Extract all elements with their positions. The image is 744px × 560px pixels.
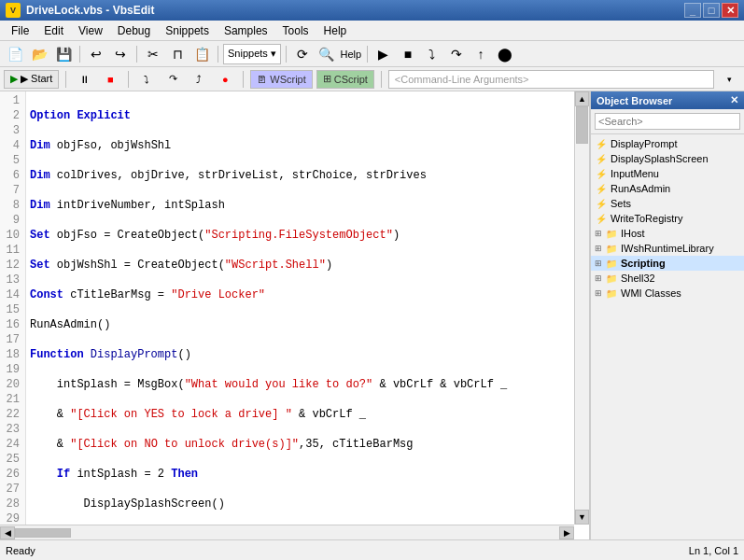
separator-2 [136,46,137,63]
snippets-dropdown[interactable]: Snippets ▾ [223,44,281,64]
start-button[interactable]: ▶ ▶ Start [4,70,59,89]
close-button[interactable]: ✕ [722,3,738,18]
status-text: Ready [6,545,35,556]
find-button[interactable]: 🔍 [316,44,338,64]
folder-icon-scripting: 📁 [605,257,618,270]
separator-4 [286,46,287,63]
ob-item-ihost[interactable]: ⊞ 📁 IHost [591,226,744,241]
cscript-tag[interactable]: ⊞ CScript [316,70,374,89]
pause-button[interactable]: ⏸ [73,69,95,90]
v-scrollbar[interactable]: ▲ ▼ [574,91,589,525]
separator-run-1 [65,71,66,88]
main-area: 1 2 3 4 5 6 7 8 9 10 11 12 13 14 15 16 1… [0,91,744,539]
ob-header: Object Browser ✕ [591,91,744,109]
ob-item-runasadmin[interactable]: ⚡ RunAsAdmin [591,181,744,196]
maximize-button[interactable]: □ [703,3,720,18]
ob-item-scripting[interactable]: ⊞ 📁 Scripting [591,256,744,271]
expand-icon[interactable]: ⊞ [595,229,602,238]
scroll-thumb[interactable] [576,106,588,144]
folder-icon-wmi: 📁 [605,287,618,300]
line-1: Option Explicit [30,108,585,123]
position-text: Ln 1, Col 1 [689,545,738,556]
ob-item-shell32[interactable]: ⊞ 📁 Shell32 [591,271,744,286]
menu-file[interactable]: File [4,22,36,39]
expand-icon-wmi[interactable]: ⊞ [595,288,602,298]
refresh-button[interactable]: ⟳ [291,44,314,64]
breakpoint[interactable]: ⬤ [494,44,516,64]
separator-1 [79,46,80,63]
expand-icon-iwsh[interactable]: ⊞ [595,244,602,253]
paste-button[interactable]: 📋 [190,44,213,64]
ob-item-writetoreg[interactable]: ⚡ WriteToRegistry [591,211,744,226]
line-12: & "[Click on NO to unlock drive(s)]",35,… [30,437,585,452]
line-7: Const cTitleBarMsg = "Drive Locker" [30,287,585,302]
menu-view[interactable]: View [71,22,110,39]
run-step2[interactable]: ↷ [161,69,184,90]
menu-help[interactable]: Help [316,22,355,39]
cut-button[interactable]: ✂ [142,44,164,64]
minimize-button[interactable]: _ [684,3,701,18]
run-step3[interactable]: ⤴ [188,69,210,90]
separator-run-2 [128,71,129,88]
separator-3 [218,46,218,63]
ob-item-sets[interactable]: ⚡ Sets [591,196,744,211]
expand-icon-scripting[interactable]: ⊞ [595,259,602,268]
scroll-left[interactable]: ◀ [0,526,15,539]
ob-item-iwsh[interactable]: ⊞ 📁 IWshRuntimeLibrary [591,241,744,256]
separator-run-3 [243,71,244,88]
line-5: Set objFso = CreateObject("Scripting.Fil… [30,228,585,243]
scroll-right[interactable]: ▶ [559,526,574,539]
menu-tools[interactable]: Tools [275,22,316,39]
cmd-dropdown[interactable]: ▾ [718,69,740,90]
ob-item-inputmenu[interactable]: ⚡ InputMenu [591,166,744,181]
stop-button[interactable]: ■ [99,69,121,90]
window-controls[interactable]: _ □ ✕ [684,3,738,18]
scroll-up[interactable]: ▲ [575,91,589,106]
main-toolbar: 📄 📂 💾 ↩ ↪ ✂ ⊓ 📋 Snippets ▾ ⟳ 🔍 Help ▶ ■ … [0,41,744,67]
line-13: If intSplash = 2 Then [30,467,585,482]
save-button[interactable]: 💾 [52,44,75,64]
ob-search-input[interactable] [595,113,740,130]
run-step1[interactable]: ⤵ [135,69,158,90]
copy-button[interactable]: ⊓ [166,44,189,64]
expand-icon-shell32[interactable]: ⊞ [595,273,602,283]
folder-icon-iwsh: 📁 [605,242,618,255]
h-scroll-thumb[interactable] [15,528,71,538]
ob-tree: ⚡ DisplayPrompt ⚡ DisplaySplashScreen ⚡ … [591,134,744,539]
title-bar: V DriveLock.vbs - VbsEdit _ □ ✕ [0,0,744,21]
line-8: RunAsAdmin() [30,317,585,332]
line-2: Dim objFso, objWshShl [30,138,585,153]
h-scrollbar[interactable]: ◀ ▶ [0,525,574,539]
step-out[interactable]: ↑ [470,44,492,64]
ob-item-wmi[interactable]: ⊞ 📁 WMI Classes [591,286,744,301]
open-button[interactable]: 📂 [28,44,50,64]
help-button[interactable]: Help [340,44,362,64]
object-browser: Object Browser ✕ ⚡ DisplayPrompt ⚡ Displ… [590,91,744,539]
close-icon[interactable]: ✕ [730,94,738,106]
menu-debug[interactable]: Debug [110,22,158,39]
menu-samples[interactable]: Samples [217,22,275,39]
menu-snippets[interactable]: Snippets [158,22,217,39]
wscript-tag[interactable]: 🖹 WScript [250,70,313,89]
step-over[interactable]: ↷ [445,44,468,64]
code-editor[interactable]: 1 2 3 4 5 6 7 8 9 10 11 12 13 14 15 16 1… [0,91,590,539]
run-bp[interactable]: ● [214,69,236,90]
line-9: Function DisplayPrompt() [30,347,585,362]
undo-button[interactable]: ↩ [85,44,107,64]
line-11: & "[Click on YES to lock a drive] " & vb… [30,407,585,422]
line-10: intSplash = MsgBox("What would you like … [30,377,585,392]
app-icon: V [6,3,21,18]
new-button[interactable]: 📄 [4,44,26,64]
step-into[interactable]: ⤵ [421,44,443,64]
line-4: Dim intDriveNumber, intSplash [30,198,585,213]
cmd-args-field[interactable]: <Command-Line Arguments> [388,70,714,89]
debug-start[interactable]: ▶ [372,44,395,64]
code-content[interactable]: Option Explicit Dim objFso, objWshShl Di… [26,91,589,539]
redo-button[interactable]: ↪ [109,44,132,64]
debug-stop[interactable]: ■ [397,44,419,64]
ob-item-displayprompt[interactable]: ⚡ DisplayPrompt [591,136,744,151]
scroll-down[interactable]: ▼ [575,510,589,525]
menu-edit[interactable]: Edit [36,22,71,39]
func-icon: ⚡ [595,137,608,150]
ob-item-displaysplash[interactable]: ⚡ DisplaySplashScreen [591,151,744,166]
